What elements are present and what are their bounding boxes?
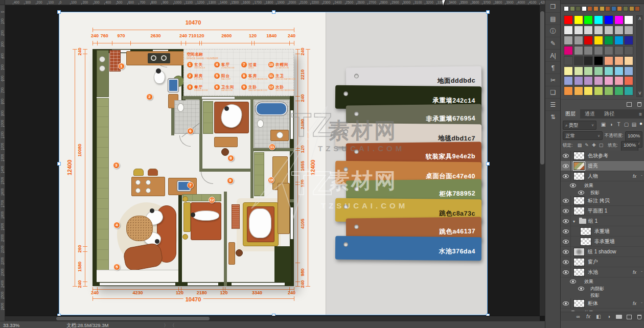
visibility-toggle[interactable]	[561, 171, 571, 181]
color-swatch[interactable]	[624, 26, 633, 35]
layer-comps-panel-icon[interactable]: ❏	[545, 86, 561, 98]
color-swatch[interactable]	[614, 36, 624, 45]
color-swatch[interactable]	[564, 15, 573, 25]
canvas-hscrollbar-thumb[interactable]	[56, 317, 210, 320]
color-swatch[interactable]	[564, 66, 573, 76]
layer-row[interactable]: 内阴影	[561, 285, 644, 292]
expand-arrow-icon[interactable]: ▾	[573, 219, 575, 223]
new-group-icon[interactable]	[614, 312, 624, 321]
color-swatch[interactable]	[574, 56, 583, 65]
brush-settings-panel-icon[interactable]: ✎	[545, 37, 561, 49]
visibility-toggle[interactable]	[561, 267, 571, 277]
visibility-toggle[interactable]	[561, 247, 571, 256]
layer-row[interactable]: 效果	[561, 277, 644, 285]
recent-color-swatch[interactable]	[611, 6, 616, 11]
layer-row[interactable]: 柜体fxˆ	[561, 298, 644, 309]
visibility-toggle[interactable]	[561, 151, 571, 160]
swatches-panel-tabbar[interactable]	[561, 0, 644, 4]
visibility-toggle[interactable]	[561, 161, 571, 171]
layer-row[interactable]: 人物fxˆ	[561, 171, 644, 181]
color-swatch[interactable]	[574, 15, 583, 25]
layer-row[interactable]: ▾组 1	[561, 216, 644, 226]
layer-row[interactable]: 窗户	[561, 257, 644, 267]
color-swatch[interactable]	[614, 86, 624, 96]
visibility-toggle[interactable]	[568, 277, 578, 285]
filter-kind-icon[interactable]: ▢	[623, 121, 630, 128]
add-mask-icon[interactable]: ◧	[593, 312, 604, 321]
recent-color-swatch[interactable]	[564, 6, 569, 11]
recent-color-swatch[interactable]	[593, 6, 599, 11]
layer-row[interactable]: 效果	[561, 309, 644, 311]
export-panel-icon[interactable]: ⇅	[545, 110, 561, 123]
visibility-toggle[interactable]	[561, 206, 571, 216]
lock-kind-icon[interactable]: ▢	[597, 142, 605, 149]
color-swatch[interactable]	[594, 56, 603, 65]
visibility-toggle[interactable]	[561, 298, 571, 308]
layer-row[interactable]: 水池fxˆ	[561, 267, 644, 277]
lock-kind-icon[interactable]: ✎	[583, 142, 590, 149]
recent-color-swatch[interactable]	[587, 6, 592, 11]
color-swatch[interactable]	[624, 66, 633, 76]
vertical-ruler[interactable]: 0100200300400500600700800900100011001200…	[0, 5, 5, 321]
color-swatch[interactable]	[614, 26, 624, 35]
tab-channels[interactable]: 通道	[580, 109, 600, 119]
filter-type-select[interactable]: ⌕ 类型∨	[563, 121, 596, 130]
layer-row[interactable]: 平面图 1	[561, 206, 644, 216]
visibility-toggle[interactable]	[568, 181, 578, 189]
color-swatch[interactable]	[594, 66, 603, 76]
zoom-level-field[interactable]: 33.33%	[3, 322, 29, 328]
color-swatch[interactable]	[614, 56, 624, 65]
selection-handle[interactable]	[272, 314, 275, 316]
recent-color-swatch[interactable]	[617, 6, 622, 11]
color-swatch[interactable]	[624, 76, 633, 85]
info-panel-icon[interactable]: ⓘ	[545, 25, 561, 37]
visibility-toggle[interactable]	[561, 196, 571, 205]
panel-menu-icon[interactable]: ≡	[639, 111, 642, 117]
color-swatch[interactable]	[574, 46, 583, 55]
selection-handle[interactable]	[486, 162, 490, 166]
horizontal-ruler[interactable]: 4003002001000100200300400500600700800900…	[5, 0, 545, 5]
filter-kind-icon[interactable]: ▤	[630, 121, 638, 128]
selection-handle[interactable]	[486, 10, 490, 14]
delete-layer-icon[interactable]	[634, 312, 644, 321]
color-swatch[interactable]	[604, 15, 613, 25]
layer-row[interactable]: 标注 拷贝	[561, 196, 644, 206]
color-swatch[interactable]	[584, 76, 593, 85]
filter-kind-icon[interactable]: ▣	[600, 121, 607, 128]
color-swatch[interactable]	[624, 56, 633, 65]
layer-row[interactable]: 组 1 shadow	[561, 247, 644, 257]
filter-kind-icon[interactable]: T	[615, 121, 623, 128]
color-swatch[interactable]	[594, 46, 603, 55]
color-swatch[interactable]	[604, 86, 613, 96]
recent-color-swatch[interactable]	[635, 6, 640, 11]
recent-color-swatch[interactable]	[623, 6, 628, 11]
color-swatch[interactable]	[594, 36, 603, 45]
visibility-toggle[interactable]	[561, 257, 571, 267]
color-swatch[interactable]	[614, 46, 624, 55]
layer-row[interactable]: 色块参考	[561, 151, 644, 161]
color-swatch[interactable]	[574, 66, 583, 76]
recent-color-swatch[interactable]	[570, 6, 575, 11]
color-swatch[interactable]	[574, 76, 583, 85]
selection-handle[interactable]	[57, 162, 61, 166]
collapse-fx-icon[interactable]: ˆ	[641, 301, 642, 306]
color-swatch[interactable]	[584, 46, 593, 55]
layer-row[interactable]: 效果	[561, 181, 644, 189]
filter-toggle-icon[interactable]: ●	[638, 121, 643, 126]
scroll-up-icon[interactable]: ˄	[637, 16, 642, 21]
color-swatch[interactable]	[594, 15, 603, 25]
color-swatch[interactable]	[564, 56, 573, 65]
visibility-toggle[interactable]	[576, 292, 586, 298]
tab-paths[interactable]: 路径	[600, 109, 619, 119]
blend-mode-select[interactable]: 正常∨	[563, 131, 603, 140]
delete-swatch-icon[interactable]	[634, 100, 644, 109]
selection-handle[interactable]	[57, 314, 61, 316]
scroll-down-icon[interactable]: ˅	[637, 90, 642, 96]
color-swatch[interactable]	[574, 26, 583, 35]
swatch-scrollbar[interactable]: ˄ ˅	[636, 15, 642, 97]
layer-row[interactable]: 提亮	[561, 161, 644, 171]
adjustment-layer-icon[interactable]: ◑	[604, 312, 614, 321]
status-nav-arrows[interactable]: 〉 〈	[164, 322, 175, 328]
color-swatch[interactable]	[584, 86, 593, 96]
tab-layers[interactable]: 图层	[561, 109, 580, 119]
